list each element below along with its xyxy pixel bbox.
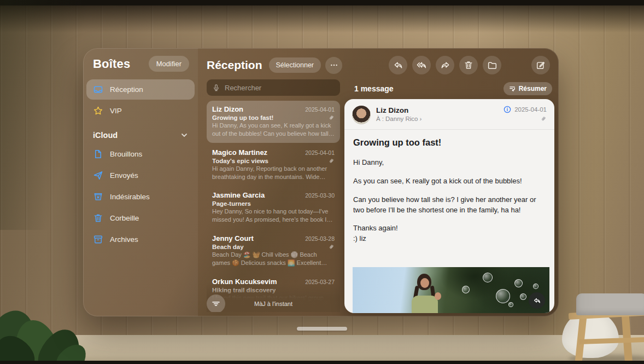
list-item[interactable]: Magico Martinez 2025-04-01 Today's epic … [207,144,340,186]
compose-button[interactable] [531,56,550,74]
archive-box-icon [93,234,103,245]
sidebar-item-corbeille[interactable]: Corbeille [86,208,195,228]
chevron-down-icon [180,131,188,139]
message-date: 2025-04-01 [305,149,335,156]
reply-button[interactable] [389,56,407,74]
inbox-icon [93,84,103,95]
card-sender-name: Liz Dizon [376,106,504,114]
body-paragraph: Hi Danny, [353,158,546,168]
body-paragraph: Thanks again! :) liz [353,223,546,244]
sidebar-item-envoyes[interactable]: Envoyés [86,165,195,186]
delete-button[interactable] [459,56,478,74]
sidebar-item-label: Réception [110,85,143,94]
message-sender: Jenny Court [212,234,254,242]
more-options-button[interactable] [325,57,342,74]
recipient-name: Danny Rico [385,115,418,122]
sidebar-title: Boîtes [93,57,130,71]
list-item[interactable]: Jenny Court 2025-03-28 Beach day Beach D… [207,230,340,272]
sidebar-item-vip[interactable]: VIP [86,101,195,121]
photo-child-hand [435,292,441,300]
message-subject: Growing up too fast! [212,114,273,121]
summarize-button[interactable]: Résumer [504,82,552,95]
search-input[interactable] [225,84,335,92]
message-preview: Hi again Danny, Reporting back on anothe… [212,165,335,181]
message-list-pane: Liz Dizon 2025-04-01 Growing up too fast… [207,79,340,312]
reading-header: 1 message Résumer [344,81,554,95]
main-pane: Réception Sélectionner [198,48,559,316]
paperclip-icon [328,158,335,164]
message-date: 2025-03-30 [305,192,335,199]
message-date: 2025-03-28 [305,235,335,242]
paperclip-icon [328,114,335,121]
info-icon[interactable] [504,106,511,113]
compose-icon [536,60,546,70]
microphone-icon[interactable] [212,84,220,92]
list-item[interactable]: Liz Dizon 2025-04-01 Growing up too fast… [207,101,340,143]
bubble [514,279,523,287]
photo-reply-button[interactable] [529,292,545,309]
trash-icon [464,60,473,70]
sidebar-item-archives[interactable]: Archives [86,229,195,250]
window-drag-handle[interactable] [297,327,347,331]
left-wall-shadow [0,0,87,230]
sidebar-item-brouillons[interactable]: Brouillons [86,144,195,164]
reply-all-icon [416,60,427,71]
chair-seat-cushion [576,293,644,315]
sidebar-item-label: Indésirables [110,193,150,201]
mailboxes-sidebar: Boîtes Modifier Réception VIP iCloud [83,48,198,316]
edit-mailboxes-button[interactable]: Modifier [149,56,189,72]
message-toolbar [389,56,550,74]
reply-icon [533,297,541,305]
vip-star-icon [93,106,103,116]
folder-icon [487,60,497,71]
photo-child-body [412,296,438,313]
message-body: Growing up too fast! Hi Danny,As you can… [344,130,554,244]
bubble [462,286,470,293]
search-field[interactable] [207,79,340,96]
message-subject: Today's epic views [212,158,268,164]
message-preview: Beach Day 🏖️ 🧺 Chill vibes 🏐 Beach games… [212,251,335,267]
top-dark-strip [0,0,644,5]
bubble [483,273,493,282]
ceiling-shadow [0,0,644,38]
sidebar-item-indesirables[interactable]: Indésirables [86,187,195,207]
bubble [508,302,513,307]
bubble [496,289,510,303]
attachment-photo[interactable] [353,267,549,313]
list-bottom-bar: MàJ à l'instant [207,284,340,312]
photo-child-face [420,278,429,288]
message-paragraphs: Hi Danny,As you can see, K really got a … [353,158,546,244]
sidebar-item-label: Envoyés [110,171,138,180]
card-recipient-line[interactable]: À : Danny Rico › [376,115,504,122]
message-sender: Jasmine Garcia [212,191,265,199]
trash-icon [93,213,103,223]
forward-icon [440,60,450,71]
sidebar-section-icloud[interactable]: iCloud [86,122,195,144]
select-button[interactable]: Sélectionner [269,57,321,73]
reply-icon [393,60,403,71]
bottom-edge-strip [0,361,644,364]
chevron-right-icon: › [420,115,422,122]
mail-app-window: Boîtes Modifier Réception VIP iCloud [83,48,559,316]
sidebar-item-reception[interactable]: Réception [86,79,195,100]
to-label: À : [376,115,384,122]
bubble [520,293,526,300]
filter-button[interactable] [207,294,225,312]
list-item[interactable]: Jasmine Garcia 2025-03-30 Page-turners H… [207,187,340,229]
section-label: iCloud [93,131,118,140]
move-to-folder-button[interactable] [483,56,501,74]
paperclip-icon [540,115,547,122]
message-subject: Beach day [212,244,244,250]
body-paragraph: As you can see, K really got a kick out … [353,176,546,187]
message-date: 2025-04-01 [305,106,335,113]
message-subject-line: Growing up too fast! [353,137,546,148]
summarize-icon [509,85,516,93]
message-sender: Liz Dizon [212,105,243,113]
message-list: Liz Dizon 2025-04-01 Growing up too fast… [207,101,340,312]
paperclip-icon [328,244,335,250]
forward-button[interactable] [436,56,454,74]
reply-all-button[interactable] [412,56,431,74]
message-count: 1 message [354,84,394,93]
sender-avatar[interactable] [352,106,371,124]
sidebar-item-label: Brouillons [110,150,142,158]
